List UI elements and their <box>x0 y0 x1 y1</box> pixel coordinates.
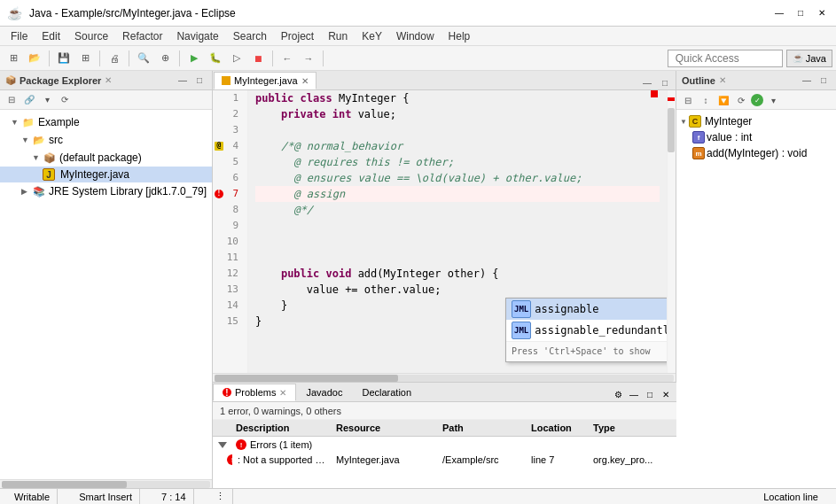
run-button[interactable]: ▶ <box>184 49 204 68</box>
menu-item-navigate[interactable]: Navigate <box>169 28 225 44</box>
outline-collapse-btn[interactable]: ⊟ <box>680 92 696 108</box>
print-button[interactable]: 🖨 <box>105 49 124 68</box>
outline-hide-btn[interactable]: ✓ <box>751 94 763 106</box>
editor-vscroll-thumb[interactable] <box>668 108 675 152</box>
tree-arrow-example[interactable]: ▼ <box>11 118 21 127</box>
link-editor-btn[interactable]: 🔗 <box>21 92 37 108</box>
project-icon: 📁 <box>21 115 35 129</box>
extra-status: ⋮ <box>208 489 233 504</box>
code-editor[interactable]: public class MyInteger { private int val… <box>248 90 667 373</box>
menu-item-project[interactable]: Project <box>274 28 321 44</box>
explorer-hscroll-track[interactable] <box>2 481 210 488</box>
outline-filter-btn[interactable]: 🔽 <box>715 92 731 108</box>
bottom-settings-btn[interactable]: ⚙ <box>611 387 625 401</box>
editor-vscrollbar[interactable] <box>667 90 676 373</box>
maximize-button[interactable]: □ <box>793 6 808 20</box>
menu-item-search[interactable]: Search <box>226 28 274 44</box>
save-all-button[interactable]: ⊞ <box>75 49 95 68</box>
outline-maximize-btn[interactable]: □ <box>816 74 831 88</box>
outline-minimize-btn[interactable]: — <box>800 74 814 88</box>
ac-item-assignable-redundantly[interactable]: JML assignable_redundantly <box>506 320 667 341</box>
error-row-expand: ! <box>213 454 232 466</box>
outline-item-value[interactable]: f value : int <box>676 129 836 145</box>
stop-button[interactable]: ⏹ <box>248 49 268 68</box>
tree-item-jre[interactable]: ▶ 📚 JRE System Library [jdk1.7.0_79] <box>0 182 212 200</box>
library-icon: 📚 <box>32 184 46 198</box>
outline-item-myinteger[interactable]: ▼ C MyInteger <box>676 113 836 129</box>
errors-group-arrow[interactable] <box>218 442 227 448</box>
outline-sync-btn[interactable]: ⟳ <box>733 92 749 108</box>
quick-access-input[interactable] <box>668 50 783 67</box>
tree-arrow-package[interactable]: ▼ <box>32 153 43 162</box>
tab-declaration[interactable]: Declaration <box>352 384 421 401</box>
editor-tab-controls: — □ <box>640 75 676 89</box>
run2-button[interactable]: ▷ <box>227 49 246 68</box>
tab-problems[interactable]: ! Problems ✕ <box>213 384 296 401</box>
outline-header: Outline ✕ — □ <box>676 71 836 90</box>
menu-item-help[interactable]: Help <box>441 28 478 44</box>
close-button[interactable]: ✕ <box>815 6 829 20</box>
bottom-maximize-btn[interactable]: □ <box>643 387 657 401</box>
open-button[interactable]: 📂 <box>25 49 44 68</box>
back-button[interactable]: ← <box>277 49 297 68</box>
bottom-minimize-btn[interactable]: — <box>627 387 641 401</box>
line-5: 5 <box>213 154 242 170</box>
bottom-close-btn[interactable]: ✕ <box>659 387 673 401</box>
menu-item-file[interactable]: File <box>4 28 35 44</box>
editor-minimize-btn[interactable]: — <box>640 75 654 89</box>
perspective-java-button[interactable]: ☕ Java <box>786 50 832 67</box>
line-14: 14 <box>213 298 242 314</box>
outline-sort-btn[interactable]: ↕ <box>698 92 714 108</box>
errors-group-row[interactable]: ! Errors (1 item) <box>213 437 676 453</box>
tree-arrow-src[interactable]: ▼ <box>21 136 32 144</box>
tree-item-myinteger[interactable]: J MyInteger.java <box>0 167 212 182</box>
search2-button[interactable]: ⊕ <box>155 49 175 68</box>
location-col-header: Location <box>526 422 588 434</box>
sync-btn[interactable]: ⟳ <box>57 92 73 108</box>
code-line-5: @ requires this != other; <box>255 154 660 170</box>
menu-item-key[interactable]: KeY <box>355 28 389 44</box>
explorer-hscrollbar[interactable] <box>0 479 212 488</box>
new-button[interactable]: ⊞ <box>4 49 23 68</box>
menu-item-run[interactable]: Run <box>321 28 355 44</box>
description-col-header: Description <box>230 422 331 434</box>
code-line-4: /*@ normal_behavior <box>255 138 660 154</box>
editor-maximize-btn[interactable]: □ <box>658 75 672 89</box>
search-button[interactable]: 🔍 <box>134 49 153 68</box>
tree-item-example[interactable]: ▼ 📁 Example <box>0 113 212 131</box>
explorer-tree: ▼ 📁 Example ▼ 📂 src ▼ 📦 (default package… <box>0 110 212 479</box>
error-row-1[interactable]: ! : Not a supported specification statem… <box>213 453 676 467</box>
explorer-maximize-btn[interactable]: □ <box>192 74 207 88</box>
tab-javadoc[interactable]: Javadoc <box>296 384 352 401</box>
outline-item-add[interactable]: m add(MyInteger) : void <box>676 145 836 161</box>
editor-tab-myinteger[interactable]: MyInteger.java ✕ <box>214 72 316 89</box>
tree-item-default-package[interactable]: ▼ 📦 (default package) <box>0 149 212 167</box>
forward-button[interactable]: → <box>299 49 318 68</box>
tree-arrow-jre[interactable]: ▶ <box>21 187 32 196</box>
ac-item-assignable[interactable]: JML assignable <box>506 299 667 320</box>
collapse-all-btn[interactable]: ⊟ <box>4 92 20 108</box>
minimize-button[interactable]: — <box>772 6 786 20</box>
menu-item-edit[interactable]: Edit <box>35 28 67 44</box>
line-10: 10 <box>213 234 242 250</box>
line-numbers: 1 2 3 @ 4 5 6 ! 7 8 9 10 11 <box>213 90 248 373</box>
bottom-panel-controls: ⚙ — □ ✕ <box>611 387 676 401</box>
editor-hscroll-track[interactable] <box>215 375 674 382</box>
menu-item-refactor[interactable]: Refactor <box>115 28 169 44</box>
errors-expand[interactable] <box>213 441 230 449</box>
explorer-minimize-btn[interactable]: — <box>176 74 190 88</box>
editor-tab-close[interactable]: ✕ <box>301 76 309 86</box>
menu-item-source[interactable]: Source <box>67 28 115 44</box>
outline-menu-btn[interactable]: ▾ <box>765 92 781 108</box>
explorer-hscroll-thumb[interactable] <box>2 481 127 488</box>
debug-button[interactable]: 🐛 <box>206 49 225 68</box>
editor-hscroll-thumb[interactable] <box>215 375 398 382</box>
outline-arrow-myinteger[interactable]: ▼ <box>680 118 689 126</box>
save-button[interactable]: 💾 <box>54 49 74 68</box>
menu-item-window[interactable]: Window <box>389 28 441 44</box>
insert-mode-label: Smart Insert <box>79 492 132 502</box>
tree-item-src[interactable]: ▼ 📂 src <box>0 131 212 149</box>
editor-hscrollbar[interactable] <box>213 373 676 382</box>
explorer-menu-btn[interactable]: ▾ <box>39 92 55 108</box>
menubar: FileEditSourceRefactorNavigateSearchProj… <box>0 27 836 46</box>
